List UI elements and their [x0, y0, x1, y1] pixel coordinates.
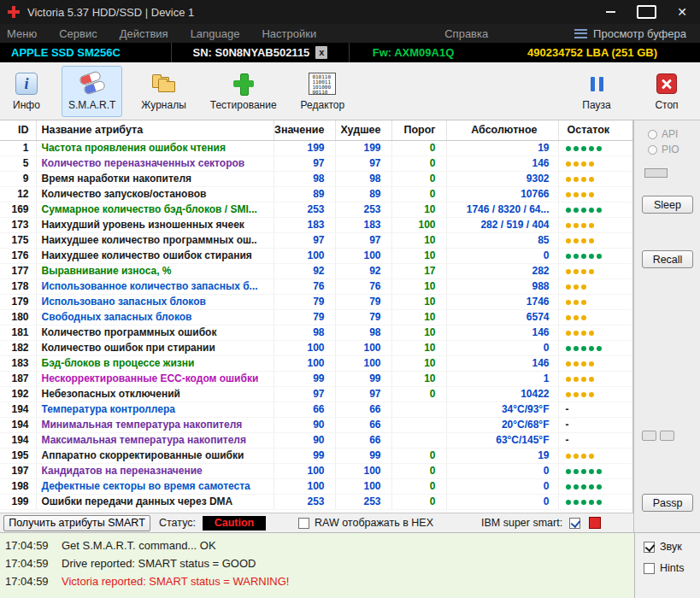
- pio-radio[interactable]: PIO: [648, 144, 679, 155]
- table-row[interactable]: 5Количество переназначенных секторов9797…: [0, 155, 633, 171]
- table-row[interactable]: 9Время наработки накопителя989809302: [0, 171, 633, 186]
- journals-tab-button[interactable]: Журналы: [134, 66, 192, 117]
- minimize-button[interactable]: [592, 0, 628, 24]
- mini-button-2[interactable]: [660, 431, 674, 441]
- attr-id: 187: [0, 371, 36, 386]
- attr-id: 195: [0, 448, 36, 463]
- attr-absolute: 146: [446, 325, 558, 340]
- table-row[interactable]: 181Количество программных ошибок98981014…: [0, 325, 633, 340]
- menu-item-3[interactable]: Language: [191, 27, 240, 40]
- log-panel: 17:04:59Get S.M.A.R.T. command... OK17:0…: [0, 532, 634, 598]
- table-row[interactable]: 182Количество ошибок при стирании1001001…: [0, 340, 633, 355]
- ibm-super-smart-checkbox[interactable]: [569, 518, 580, 529]
- header-name[interactable]: Название атрибута: [36, 120, 274, 140]
- hints-checkbox[interactable]: Hints: [644, 562, 700, 574]
- testing-tab-button[interactable]: Тестирование: [203, 66, 284, 117]
- attr-value: 100: [274, 248, 335, 263]
- header-absolute[interactable]: Абсолютное: [446, 120, 558, 140]
- table-row[interactable]: 192Небезопасных отключений9797010422: [0, 386, 633, 402]
- passport-button[interactable]: Passp: [642, 494, 693, 512]
- attr-threshold: 0: [391, 186, 446, 202]
- attr-value: 90: [274, 417, 335, 432]
- attr-absolute: 282 / 519 / 404: [446, 217, 558, 232]
- menu-item-5[interactable]: Справка: [444, 27, 488, 40]
- table-row[interactable]: 173Наихудший уровень изношенных ячеек183…: [0, 217, 633, 232]
- table-row[interactable]: 195Аппаратно скорректированные ошибки999…: [0, 448, 633, 463]
- attr-health-dots: [558, 340, 633, 355]
- stop-button[interactable]: Стоп: [642, 66, 691, 117]
- sound-checkbox[interactable]: Звук: [644, 541, 700, 553]
- info-icon: [15, 73, 38, 95]
- table-row[interactable]: 176Наихудшее количество ошибок стирания1…: [0, 248, 633, 263]
- mini-button-1[interactable]: [642, 431, 656, 441]
- attr-value: 98: [274, 325, 335, 340]
- attr-absolute: 85: [446, 232, 558, 248]
- editor-tab-button[interactable]: 01011011001110100000110 Редактор: [294, 66, 352, 117]
- smart-tab-label: S.M.A.R.T: [68, 99, 115, 111]
- table-row[interactable]: 197Кандидатов на переназначение10010000: [0, 463, 633, 478]
- attr-worst: 79: [335, 309, 391, 325]
- table-row[interactable]: 194Максимальная температура накопителя90…: [0, 432, 633, 448]
- maximize-button[interactable]: [628, 0, 664, 24]
- attr-name: Количество ошибок при стирании: [36, 340, 274, 355]
- api-radio[interactable]: API: [648, 128, 678, 140]
- attr-worst: 66: [335, 417, 391, 432]
- get-smart-attributes-button[interactable]: Получить атрибуты SMART: [3, 515, 150, 531]
- menu-item-4[interactable]: Настройки: [262, 27, 316, 40]
- menu-item-0[interactable]: Меню: [7, 27, 37, 40]
- table-row[interactable]: 1Частота проявления ошибок чтения1991990…: [0, 140, 633, 155]
- pause-button[interactable]: Пауза: [572, 66, 621, 117]
- attr-worst: 98: [335, 171, 391, 186]
- close-button[interactable]: ✕: [664, 0, 700, 24]
- log-message: Victoria reported: SMART status = WARNIN…: [62, 575, 289, 588]
- attr-absolute: 6574: [446, 309, 558, 325]
- attr-health-dots: [558, 325, 633, 340]
- attr-health-dots: [558, 171, 633, 186]
- table-row[interactable]: 177Выравнивание износа, %929217282: [0, 263, 633, 278]
- attr-worst: 92: [335, 263, 391, 278]
- info-tab-button[interactable]: Инфо: [2, 66, 51, 117]
- table-row[interactable]: 175Наихудшее количество программных ош..…: [0, 232, 633, 248]
- attr-absolute: 1: [446, 371, 558, 386]
- attr-value: 183: [274, 217, 335, 232]
- raw-hex-checkbox[interactable]: RAW отображать в HEX: [298, 517, 433, 529]
- header-value[interactable]: Значение: [274, 120, 335, 140]
- attr-absolute: 0: [446, 340, 558, 355]
- title-bar: Victoria 5.37 HDD/SSD | Device 1 ✕: [0, 0, 700, 24]
- table-row[interactable]: 198Дефектные секторы во время самотеста1…: [0, 478, 633, 494]
- table-row[interactable]: 179Использовано запасных блоков797910174…: [0, 294, 633, 309]
- attr-id: 182: [0, 340, 36, 355]
- table-row[interactable]: 183Бэд-блоков в процессе жизни1001001014…: [0, 355, 633, 371]
- attr-id: 194: [0, 417, 36, 432]
- table-row[interactable]: 194Минимальная температура накопителя906…: [0, 417, 633, 432]
- attr-id: 198: [0, 478, 36, 494]
- attr-threshold: 10: [391, 248, 446, 263]
- table-row[interactable]: 169Суммарное количество бэд-блоков / SMI…: [0, 202, 633, 217]
- header-threshold[interactable]: Порог: [391, 120, 446, 140]
- attr-threshold: 100: [391, 217, 446, 232]
- attr-health-dots: [558, 386, 633, 402]
- table-row[interactable]: 187Нескорректированные ECC-кодом ошибки9…: [0, 371, 633, 386]
- header-worst[interactable]: Худшее: [335, 120, 391, 140]
- attr-name: Наихудшее количество программных ош..: [36, 232, 274, 248]
- menu-item-2[interactable]: Действия: [120, 27, 168, 40]
- table-row[interactable]: 180Свободных запасных блоков7979106574: [0, 309, 633, 325]
- table-row[interactable]: 12Количество запусков/остановов898901076…: [0, 186, 633, 202]
- buffer-view-button[interactable]: Просмотр буфера: [574, 27, 700, 40]
- menu-item-1[interactable]: Сервис: [59, 27, 97, 40]
- recall-button[interactable]: Recall: [642, 250, 693, 268]
- attr-worst: 253: [335, 202, 391, 217]
- smart-tab-button[interactable]: S.M.A.R.T: [62, 66, 122, 117]
- table-row[interactable]: 178Использованное количество запасных б.…: [0, 278, 633, 294]
- header-remaining[interactable]: Остаток: [558, 120, 633, 140]
- table-row[interactable]: 199Ошибки передачи данных через DMA25325…: [0, 494, 633, 509]
- attr-health-dots: -: [558, 402, 633, 417]
- attr-threshold: 10: [391, 340, 446, 355]
- attr-absolute: 19: [446, 140, 558, 155]
- attr-threshold: 0: [391, 386, 446, 402]
- attr-health-dots: [558, 202, 633, 217]
- table-row[interactable]: 194Температура контроллера666634°C/93°F-: [0, 402, 633, 417]
- header-id[interactable]: ID: [0, 120, 36, 140]
- sleep-button[interactable]: Sleep: [642, 196, 693, 214]
- serial-close-badge[interactable]: x: [315, 46, 327, 59]
